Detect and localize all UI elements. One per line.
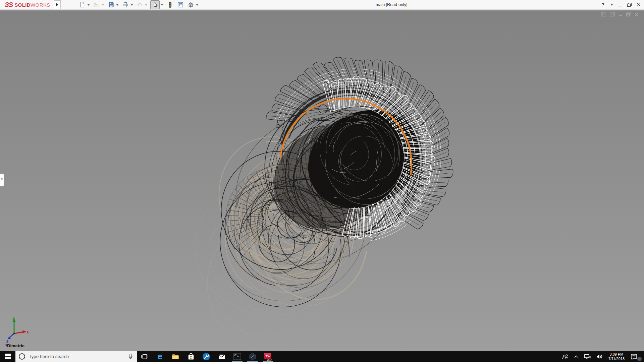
pane-left-button[interactable] xyxy=(601,12,606,16)
settings-dropdown[interactable] xyxy=(196,4,198,7)
command-prompt-icon: C:\_ xyxy=(233,352,241,361)
sw-year: 2017 xyxy=(267,359,272,361)
cmd-prompt-text: C:\_ xyxy=(234,354,239,357)
print-icon xyxy=(122,2,128,8)
store-icon xyxy=(187,352,195,361)
select-tool-button[interactable] xyxy=(150,0,160,9)
cortana-icon xyxy=(19,353,25,360)
speaker-icon xyxy=(596,353,603,360)
orientation-triad: Y X Z xyxy=(5,316,30,344)
save-dropdown[interactable] xyxy=(116,4,118,7)
doc-restore-button[interactable] xyxy=(626,12,631,16)
menu-expand-button[interactable] xyxy=(54,0,61,9)
tool-app-button[interactable] xyxy=(199,351,214,362)
new-dropdown[interactable] xyxy=(88,4,90,7)
solidworks-app-icon: SW2017 xyxy=(264,352,272,361)
tray-overflow-button[interactable] xyxy=(571,351,581,362)
doc-minimize-button[interactable] xyxy=(619,12,623,16)
doc-close-button[interactable] xyxy=(635,12,639,16)
open-button[interactable] xyxy=(93,1,101,9)
expand-arrow-icon xyxy=(56,3,58,6)
people-icon xyxy=(561,353,569,360)
new-document-button[interactable] xyxy=(78,1,86,9)
feature-pane-tab[interactable] xyxy=(0,174,4,186)
traffic-light-icon xyxy=(168,1,172,8)
sw-letters: SW xyxy=(265,354,270,358)
mail-button[interactable] xyxy=(214,351,229,362)
brand-works: WORKS xyxy=(31,2,50,8)
select-dropdown[interactable] xyxy=(161,4,163,7)
graphics-viewport[interactable]: Y X Z *Dimetric xyxy=(0,10,644,351)
hexagon-app-button[interactable] xyxy=(245,351,260,362)
action-center-button[interactable]: 3 xyxy=(628,351,642,362)
microphone-icon[interactable] xyxy=(127,353,133,360)
select-arrow-icon xyxy=(152,2,158,8)
start-button[interactable] xyxy=(0,351,15,362)
pane-tab-dot-icon xyxy=(1,178,3,180)
taskbar-search[interactable] xyxy=(15,351,137,362)
search-input[interactable] xyxy=(28,354,124,359)
options-report-icon xyxy=(177,2,183,8)
help-button[interactable]: ? xyxy=(601,2,604,7)
mail-icon xyxy=(218,353,226,361)
help-dropdown[interactable] xyxy=(611,4,613,7)
document-window-controls xyxy=(601,12,639,16)
triad-x-label: X xyxy=(26,330,29,334)
people-button[interactable] xyxy=(559,351,571,362)
save-button[interactable] xyxy=(107,1,115,9)
file-explorer-button[interactable] xyxy=(168,351,183,362)
edge-button[interactable]: e xyxy=(152,351,168,362)
task-view-icon xyxy=(141,353,149,361)
titlebar: ЗS SOLID WORKS xyxy=(0,0,644,10)
new-document-icon xyxy=(79,2,85,8)
network-icon xyxy=(584,353,591,360)
file-explorer-icon xyxy=(171,353,179,361)
triad-y-label: Y xyxy=(12,317,15,320)
engine-wireframe[interactable] xyxy=(0,10,644,351)
settings-gear-button[interactable] xyxy=(187,1,195,9)
pane-right-button[interactable] xyxy=(610,12,615,16)
action-center-icon xyxy=(630,353,638,360)
undo-dropdown[interactable] xyxy=(145,4,147,7)
print-dropdown[interactable] xyxy=(131,4,133,7)
document-title: main [Read-only] xyxy=(376,2,408,7)
open-dropdown[interactable] xyxy=(102,4,104,7)
view-orientation-label: *Dimetric xyxy=(5,343,24,348)
close-button[interactable] xyxy=(637,3,641,7)
ds-logo-mark: ЗS xyxy=(5,1,13,9)
undo-icon xyxy=(137,2,143,8)
tray-time: 3:09 PM xyxy=(608,352,625,357)
network-button[interactable] xyxy=(581,351,593,362)
main-toolbar xyxy=(78,0,201,9)
gear-icon xyxy=(187,2,194,8)
restore-button[interactable] xyxy=(627,3,632,7)
save-floppy-icon xyxy=(108,2,114,8)
task-view-button[interactable] xyxy=(137,351,152,362)
solidworks-logo: ЗS SOLID WORKS xyxy=(0,0,53,9)
command-prompt-button[interactable]: C:\_ xyxy=(229,351,245,362)
windows-logo-icon xyxy=(5,354,11,359)
notification-badge: 3 xyxy=(637,357,642,361)
hexagon-app-icon xyxy=(248,352,257,361)
window-controls: ? xyxy=(601,0,641,9)
solidworks-taskbar-button[interactable]: SW2017 xyxy=(260,351,276,362)
undo-button[interactable] xyxy=(136,1,144,9)
store-button[interactable] xyxy=(183,351,199,362)
open-folder-icon xyxy=(93,2,100,8)
wrench-circle-icon xyxy=(202,352,211,361)
edge-icon: e xyxy=(158,352,162,361)
clock[interactable]: 3:09 PM 7/11/2018 xyxy=(605,351,628,362)
options-report-button[interactable] xyxy=(176,1,184,9)
traffic-light-button[interactable] xyxy=(166,1,174,9)
brand-solid: SOLID xyxy=(14,2,31,8)
chevron-up-icon xyxy=(574,354,579,359)
show-desktop-button[interactable] xyxy=(642,351,644,362)
tray-date: 7/11/2018 xyxy=(608,357,625,361)
volume-button[interactable] xyxy=(593,351,605,362)
minimize-button[interactable] xyxy=(619,6,622,6)
print-button[interactable] xyxy=(121,1,129,9)
screen: { "window": { "brand": {"mark": "ЗS", "b… xyxy=(0,0,644,362)
taskbar: e C:\_ SW2017 3:09 PM 7/11/20 xyxy=(0,351,644,362)
system-tray: 3:09 PM 7/11/2018 3 xyxy=(559,351,644,362)
